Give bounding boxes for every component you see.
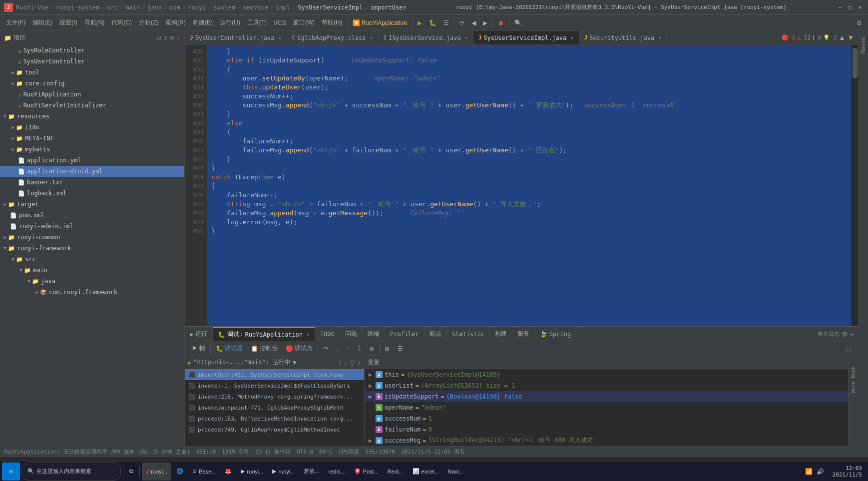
taskbar-ruoyi2[interactable]: ▶ ruoyi... <box>268 463 299 481</box>
run-to-cursor-btn[interactable]: ⤵ <box>355 344 364 353</box>
vcs-menu[interactable]: VCS <box>271 17 289 29</box>
tab-sys-user-controller[interactable]: J SysUserController.java ✕ <box>185 31 287 45</box>
btab-spring[interactable]: 🍃 Spring <box>535 327 576 341</box>
frame-proceed[interactable]: ⬛ proceed:163, ReflectiveMethodInvocatio… <box>185 413 364 424</box>
var-user-list[interactable]: ▶ p userList = (ArrayList@12651) size = … <box>365 380 848 391</box>
sidebar-close-btn[interactable]: − <box>177 34 180 41</box>
tree-app-yml[interactable]: 📄 application.yml <box>0 155 184 166</box>
taskbar-firefox[interactable]: 🦊 <box>221 463 236 481</box>
taskbar-postman[interactable]: 📮 Post... <box>350 463 383 481</box>
close-debug-icon[interactable]: ✕ <box>307 332 310 337</box>
tree-ruoyi-admin-iml[interactable]: 📄 ruoyi-admin.iml <box>0 221 184 232</box>
frame-invoke2[interactable]: ⬛ invoke:218, MethodProxy (org.springfra… <box>185 391 364 402</box>
btab-issues[interactable]: 问题 <box>340 327 363 341</box>
var-oper-name[interactable]: s operName = "admin" <box>365 402 848 413</box>
maximize-button[interactable]: □ <box>846 3 854 11</box>
tree-logback[interactable]: 📄 logback.xml <box>0 188 184 199</box>
position-indicator[interactable]: 451:10 <box>196 449 216 455</box>
close-tab-icon[interactable]: ✕ <box>279 35 282 40</box>
help-menu[interactable]: 帮助(H) <box>319 17 345 29</box>
var-this[interactable]: ▶ p this = {SysUserServiceImpl@14189} <box>365 369 848 380</box>
refactor-menu[interactable]: 重构(R) <box>162 17 189 29</box>
maven-label[interactable]: Maven <box>860 37 867 53</box>
frames-up-btn[interactable]: ↑ <box>339 359 342 367</box>
eval-btn[interactable]: ⊕ <box>366 344 377 353</box>
tab-security-utils[interactable]: J SecurityUtils.java ✕ <box>579 31 667 45</box>
btab-debug[interactable]: 🐛 调试: RuoYiApplication ✕ <box>213 327 315 341</box>
search-bar[interactable]: 🔍 在这里输入内容来搜索 <box>21 463 121 481</box>
view-menu[interactable]: 视图(I) <box>56 17 80 29</box>
coverage-button[interactable]: ☰ <box>440 17 452 29</box>
event-log-button[interactable]: 事件日志 <box>818 330 840 338</box>
step-out-btn[interactable]: ↑ <box>344 344 353 353</box>
resume-btn[interactable]: ▶ 帧 <box>189 343 208 354</box>
tree-banner[interactable]: 📄 banner.txt <box>0 177 184 188</box>
close-tab-icon[interactable]: ✕ <box>370 35 373 40</box>
debugger-tab[interactable]: 🐛 调试器 <box>213 343 246 354</box>
encoding[interactable]: UTF-8 <box>297 449 313 455</box>
taskbar-navi[interactable]: Navi... <box>443 463 467 481</box>
var-failure-num[interactable]: b failureNum = 0 <box>365 424 848 435</box>
btab-terminal[interactable]: 终端 <box>363 327 385 341</box>
tree-resources[interactable]: ▼ 📁 resources <box>0 111 184 122</box>
project-selector[interactable]: 🔽 RuoYiApplication <box>350 17 410 29</box>
sidebar-collapse-btn[interactable]: ≡ <box>164 34 167 41</box>
btab-profiler[interactable]: Profiler <box>385 327 425 341</box>
tree-core-config[interactable]: ▶ 📁 core.config <box>0 78 184 89</box>
console-tab[interactable]: 📋 控制台 <box>248 343 281 354</box>
navigate-menu[interactable]: 导航(N) <box>81 17 108 29</box>
taskbar-edge[interactable]: 🌐 <box>172 463 187 481</box>
tree-src2[interactable]: ▼ 📁 src <box>0 254 184 265</box>
debug-button[interactable]: 🐛 <box>426 17 439 29</box>
code-lines[interactable]: } else if (isUpdateSupport) isUpdateSupp… <box>207 45 851 326</box>
tree-pom[interactable]: 📄 pom.xml <box>0 210 184 221</box>
next-error-button[interactable]: ▼ <box>848 34 854 41</box>
btab-breakpoints[interactable]: 断点 <box>425 327 447 341</box>
thread-dropdown[interactable]: ▶ "http-nio-...:"main": 运行中 ▼ <box>188 358 296 367</box>
breakpoints-tab[interactable]: 🔴 调试点 <box>283 343 316 354</box>
close-button[interactable]: ✕ <box>856 3 864 11</box>
expand-userlist[interactable]: ▶ <box>369 382 376 389</box>
tree-meta-inf[interactable]: ▶ 📁 META-INF <box>0 133 184 144</box>
tree-main2[interactable]: ▼ 📁 main <box>0 265 184 276</box>
btab-todo[interactable]: TODO <box>315 327 340 341</box>
btab-build[interactable]: 构建 <box>490 327 512 341</box>
btab-services[interactable]: 服务 <box>512 327 535 341</box>
taskbar-intellij[interactable]: J ruoyi... <box>142 463 171 481</box>
panel-minimize-btn[interactable]: − <box>850 330 854 338</box>
expand-this[interactable]: ▶ <box>369 371 376 378</box>
close-tab-icon[interactable]: ✕ <box>465 35 468 40</box>
btab-run[interactable]: ▶ 运行 <box>185 327 213 341</box>
var-success-msg[interactable]: ▶ p successMsg = {StringBuilder@14213} "… <box>365 435 848 446</box>
start-button[interactable]: ⊞ <box>2 463 20 481</box>
taskbar-redis[interactable]: redis... <box>325 463 349 481</box>
run-button[interactable]: ▶ <box>415 17 425 29</box>
file-menu[interactable]: 文件(F) <box>3 17 28 29</box>
tree-i18n[interactable]: ▶ 📁 i18n <box>0 122 184 133</box>
close-tab-icon[interactable]: ✕ <box>658 35 661 40</box>
scroll-thumb[interactable] <box>853 48 858 78</box>
back-button[interactable]: ◀ <box>468 17 479 29</box>
build-menu[interactable]: 构建(B) <box>190 17 216 29</box>
tree-sys-user-ctrl[interactable]: ☕ SysUserController <box>0 56 184 67</box>
sidebar-settings-btn[interactable]: ⚙ <box>169 34 175 41</box>
sidebar-sync-btn[interactable]: ⇄ <box>157 34 162 41</box>
frame-proceed2[interactable]: ⬛ proceed:749, CglibAopProxy$CglibMethod… <box>185 424 364 435</box>
search-everywhere[interactable]: 🔍 <box>511 17 525 29</box>
tree-tool[interactable]: ▶ 📁 tool <box>0 67 184 78</box>
tree-mybatis[interactable]: ▶ 📁 mybatis <box>0 144 184 155</box>
run-menu[interactable]: 运行(U) <box>217 17 243 29</box>
tree-java2[interactable]: ▼ 📁 java <box>0 276 184 287</box>
step-over-btn[interactable]: ↷ <box>320 344 331 353</box>
frame-import-user[interactable]: ⬛ importUser:452, SysUserServiceImpl (co… <box>185 369 364 380</box>
forward-button[interactable]: ▶ <box>480 17 490 29</box>
btab-statistic[interactable]: Statistic <box>447 327 490 341</box>
table-view-btn[interactable]: ⊞ <box>382 344 393 353</box>
code-scrollbar[interactable] <box>851 45 858 326</box>
close-tab-active-icon[interactable]: ✕ <box>571 35 574 40</box>
tree-app-druid[interactable]: 📄 application-druid.yml <box>0 166 184 177</box>
tree-ruoyi-servlet[interactable]: ☕ RuoYiServletInitializer <box>0 100 184 111</box>
tree-target[interactable]: ▶ 📁 target <box>0 199 184 210</box>
edit-menu[interactable]: 编辑(E) <box>29 17 55 29</box>
taskbar-ruoyi3[interactable]: 若依... <box>300 463 323 481</box>
